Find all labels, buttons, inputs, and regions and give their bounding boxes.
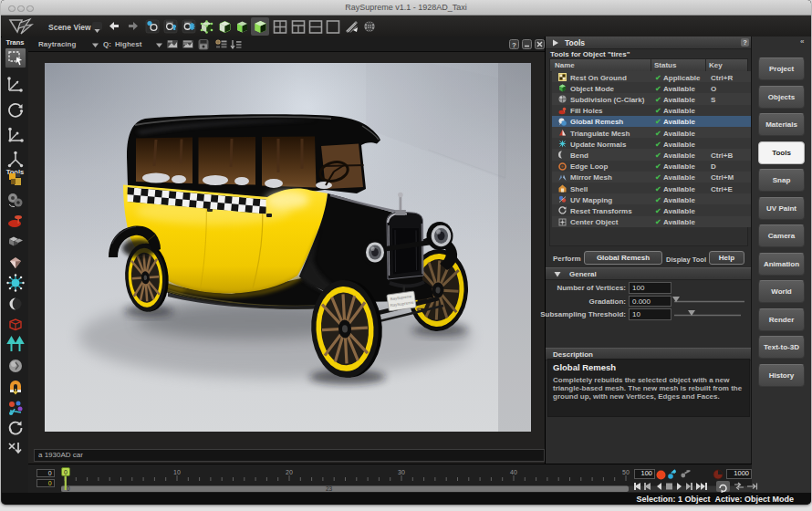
- svg-text:0: 0: [67, 485, 70, 492]
- svg-text:40: 40: [510, 469, 517, 475]
- svg-text:23: 23: [326, 485, 333, 492]
- svg-text:0: 0: [64, 469, 68, 475]
- svg-text:10: 10: [173, 469, 181, 475]
- svg-text:30: 30: [398, 469, 405, 475]
- svg-text:50: 50: [622, 469, 630, 475]
- svg-text:?: ?: [512, 40, 516, 48]
- svg-text:20: 20: [286, 469, 293, 475]
